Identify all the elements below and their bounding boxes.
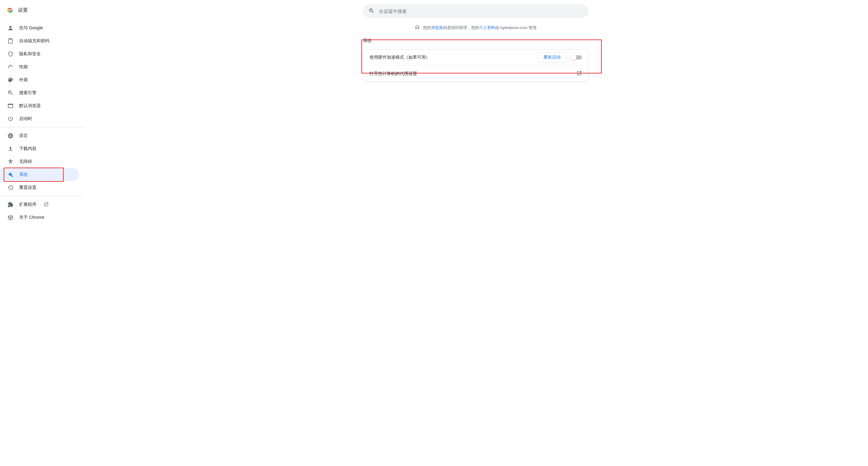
sidebar-item-label: 扩展程序 — [19, 202, 36, 207]
sidebar-item-privacy[interactable]: 隐私和安全 — [0, 47, 79, 61]
sidebar-item-label: 下载内容 — [19, 146, 36, 152]
open-external-icon — [577, 70, 582, 77]
history-icon — [7, 185, 13, 191]
sidebar-item-downloads[interactable]: 下载内容 — [0, 142, 79, 155]
row-label: 使用硬件加速模式（如果可用） — [369, 55, 430, 60]
sidebar-item-performance[interactable]: 性能 — [0, 61, 79, 73]
row-proxy-settings[interactable]: 打开您计算机的代理设置 — [363, 65, 588, 81]
sidebar-item-search-engine[interactable]: 搜索引擎 — [0, 87, 79, 99]
sidebar-item-label: 性能 — [19, 64, 28, 70]
nav-group-c: 扩展程序 关于 Chrome — [0, 196, 84, 226]
sidebar-item-label: 自动填充和密码 — [19, 38, 50, 44]
shield-icon — [7, 51, 13, 57]
sidebar-item-autofill[interactable]: 自动填充和密码 — [0, 35, 79, 47]
search-bar[interactable] — [363, 4, 588, 18]
system-settings-card: 使用硬件加速模式（如果可用） 重新启动 打开您计算机的代理设置 — [363, 49, 588, 82]
sidebar-item-label: 默认浏览器 — [19, 103, 41, 109]
sidebar-item-label: 语言 — [19, 133, 28, 139]
sidebar-item-label: 隐私和安全 — [19, 51, 41, 57]
chrome-logo-icon — [7, 7, 13, 13]
hardware-accel-toggle[interactable] — [571, 55, 582, 60]
sidebar-item-label: 启动时 — [19, 116, 32, 122]
download-icon — [7, 146, 13, 152]
relaunch-button[interactable]: 重新启动 — [537, 52, 566, 63]
sidebar-item-appearance[interactable]: 外观 — [0, 73, 79, 87]
sidebar-item-you-and-google[interactable]: 您与 Google — [0, 22, 79, 35]
sidebar-item-reset[interactable]: 重置设置 — [0, 181, 79, 194]
open-external-icon — [44, 202, 49, 208]
sidebar-item-languages[interactable]: 语言 — [0, 129, 79, 142]
settings-title: 设置 — [18, 7, 28, 13]
sidebar-item-default-browser[interactable]: 默认浏览器 — [0, 99, 79, 112]
search-input[interactable] — [379, 9, 583, 14]
sidebar-item-extensions[interactable]: 扩展程序 — [0, 198, 79, 211]
sidebar-item-about-chrome[interactable]: 关于 Chrome — [0, 211, 79, 224]
sidebar-item-label: 重置设置 — [19, 185, 36, 191]
sidebar-item-system[interactable]: 系统 — [0, 168, 79, 181]
wrench-icon — [7, 172, 13, 178]
settings-header: 设置 — [0, 4, 84, 20]
managed-banner: 您的浏览器由贵组织管理，您的个人资料由 bytedance.com 管理 — [415, 25, 536, 31]
browser-icon — [7, 103, 13, 109]
row-label: 打开您计算机的代理设置 — [369, 71, 417, 76]
nav-group-b: 语言 下载内容 无障碍 系统 — [0, 128, 84, 196]
sidebar-item-label: 无障碍 — [19, 159, 32, 165]
chrome-outline-icon — [7, 214, 13, 221]
search-icon — [369, 8, 375, 15]
sidebar-item-label: 外观 — [19, 77, 28, 83]
power-icon — [7, 116, 13, 122]
browser-link[interactable]: 浏览器 — [431, 25, 443, 30]
clipboard-icon — [7, 38, 13, 44]
speedometer-icon — [7, 64, 13, 70]
managed-text: 您的浏览器由贵组织管理，您的个人资料由 bytedance.com 管理 — [423, 25, 536, 31]
accessibility-icon — [7, 159, 13, 165]
sidebar-item-label: 搜索引擎 — [19, 90, 36, 96]
profile-link[interactable]: 个人资料 — [479, 25, 495, 30]
nav-group-a: 您与 Google 自动填充和密码 隐私和安全 性能 — [0, 20, 84, 127]
sidebar-item-accessibility[interactable]: 无障碍 — [0, 155, 79, 168]
sidebar-item-label: 关于 Chrome — [19, 215, 44, 220]
sidebar-item-on-startup[interactable]: 启动时 — [0, 112, 79, 125]
main-content: 您的浏览器由贵组织管理，您的个人资料由 bytedance.com 管理 系统 … — [84, 0, 868, 466]
toggle-knob — [571, 55, 577, 60]
globe-icon — [7, 133, 13, 139]
section-title: 系统 — [363, 38, 588, 43]
palette-icon — [7, 77, 13, 83]
row-hardware-acceleration: 使用硬件加速模式（如果可用） 重新启动 — [363, 49, 588, 65]
sidebar: 设置 您与 Google 自动填充和密码 隐私和安全 — [0, 0, 84, 466]
extension-icon — [7, 202, 13, 208]
sidebar-item-label: 系统 — [19, 172, 28, 177]
person-icon — [7, 25, 13, 31]
sidebar-item-label: 您与 Google — [19, 25, 43, 31]
building-icon — [415, 25, 420, 31]
search-icon — [7, 90, 13, 96]
